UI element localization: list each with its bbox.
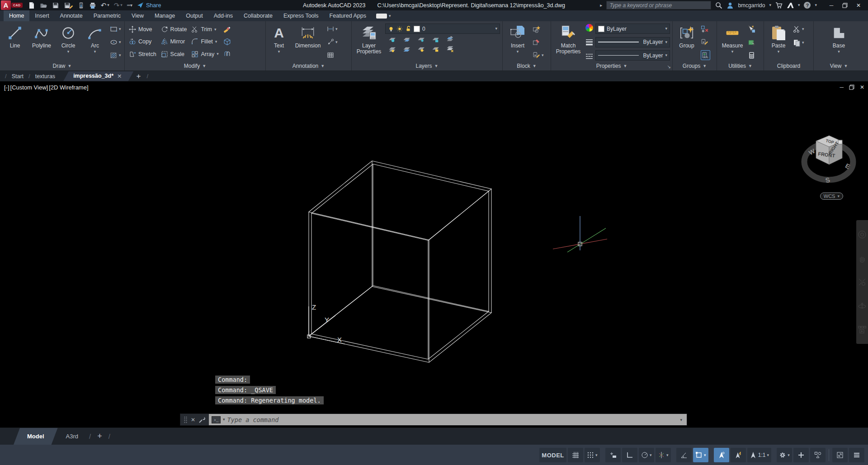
panel-title-utilities[interactable]: Utilities▼ <box>717 61 764 70</box>
minimize-button[interactable]: ─ <box>825 0 838 10</box>
base-button[interactable]: Base▾ <box>826 23 852 61</box>
close-tab-icon[interactable]: ✕ <box>117 73 122 80</box>
rectangle-button[interactable]: ▾ <box>110 24 121 34</box>
annotation-monitor-button[interactable] <box>793 448 809 462</box>
object-color-dropdown[interactable]: ByLayer▾ <box>595 23 670 34</box>
hatch-button[interactable]: ▾ <box>110 50 121 60</box>
dynamic-input-button[interactable] <box>605 448 621 462</box>
qat-customize-button[interactable]: ═▾ <box>127 3 132 8</box>
tab-add-ins[interactable]: Add-ins <box>208 10 238 21</box>
drag-handle-icon[interactable] <box>184 416 188 424</box>
layer-match-button[interactable] <box>388 45 397 52</box>
object-snap-button[interactable]: ▾ <box>693 448 708 462</box>
redo-button[interactable]: ↷▾ <box>114 1 123 9</box>
orbit-icon[interactable] <box>858 301 867 310</box>
layer-make-current-button[interactable] <box>446 35 455 43</box>
tab-annotate[interactable]: Annotate <box>55 10 88 21</box>
quick-calculator-button[interactable] <box>748 50 755 60</box>
username[interactable]: bmcgarrido <box>738 2 765 9</box>
layer-properties-button[interactable]: Layer Properties <box>354 23 384 61</box>
layer-prev-button[interactable] <box>402 45 411 52</box>
command-prompt-icon[interactable]: ›_ <box>212 416 221 423</box>
help-menu-caret-icon[interactable]: ▾ <box>815 3 817 7</box>
layer-unlock-icon[interactable] <box>405 26 411 32</box>
file-tab-start[interactable]: Start <box>10 73 25 80</box>
help-icon[interactable]: ? <box>804 2 811 9</box>
scale-button[interactable]: Scale <box>161 48 187 60</box>
layer-isolate-button[interactable] <box>402 35 411 43</box>
group-edit-button[interactable] <box>701 37 710 47</box>
tab-output[interactable]: Output <box>180 10 208 21</box>
new-layout-button[interactable]: + <box>94 428 106 445</box>
new-file-button[interactable] <box>28 2 35 9</box>
linetype-dropdown[interactable]: ByLayer▾ <box>595 50 670 61</box>
select-all-button[interactable] <box>748 37 755 47</box>
rotate-button[interactable]: Rotate <box>161 23 187 35</box>
object-snap-tracking-button[interactable] <box>676 448 692 462</box>
circle-button[interactable]: Circle▾ <box>56 23 81 61</box>
pan-hand-icon[interactable] <box>858 254 867 263</box>
open-file-button[interactable] <box>40 2 47 9</box>
polar-tracking-button[interactable]: ▾ <box>639 448 654 462</box>
undo-button[interactable]: ↶▾ <box>101 1 109 9</box>
panel-title-properties[interactable]: Properties▼ <box>551 61 672 70</box>
create-block-button[interactable] <box>533 24 544 34</box>
isometric-drafting-button[interactable]: ▾ <box>656 448 671 462</box>
stretch-button[interactable]: Stretch <box>129 48 156 60</box>
new-drawing-tab-button[interactable]: + <box>134 72 144 81</box>
panel-title-groups[interactable]: Groups▼ <box>673 61 717 70</box>
layer-select-dropdown[interactable]: 0 ▾ <box>385 23 500 34</box>
leader-button[interactable]: ▾ <box>327 37 338 47</box>
layer-thaw-sun-icon[interactable] <box>396 26 403 32</box>
command-expand-caret-icon[interactable]: ▾ <box>680 418 684 422</box>
layer-turn-on-all-button[interactable] <box>417 45 426 52</box>
mirror-button[interactable]: Mirror <box>161 36 187 47</box>
layer-unlock-all-button[interactable] <box>431 45 440 52</box>
tab-parametric[interactable]: Parametric <box>88 10 126 21</box>
layer-off-button[interactable] <box>388 35 397 43</box>
explode-button[interactable] <box>223 36 231 47</box>
linetype-icon[interactable] <box>585 52 593 60</box>
paste-button[interactable]: Paste▾ <box>766 23 791 61</box>
close-command-line-icon[interactable]: ✕ <box>191 417 195 423</box>
tab-express-tools[interactable]: Express Tools <box>278 10 324 21</box>
user-menu-caret-icon[interactable]: ▾ <box>769 3 771 7</box>
tab-home[interactable]: Home <box>4 10 29 21</box>
group-selection-toggle[interactable] <box>701 50 710 60</box>
command-input-area[interactable]: ›_ ▾ ▾ <box>209 414 687 425</box>
hatch-caret-icon[interactable]: ▾ <box>119 53 121 57</box>
tab-featured-apps[interactable]: Featured Apps <box>324 10 372 21</box>
file-tab-impressao-3d[interactable]: impressão_3d*✕ <box>63 71 133 81</box>
search-icon[interactable] <box>715 2 722 9</box>
offset-button[interactable] <box>223 48 231 60</box>
fillet-button[interactable]: Fillet▾ <box>191 36 218 47</box>
lineweight-dropdown[interactable]: ByLayer▾ <box>595 37 670 47</box>
app-menu-button[interactable]: A CAD <box>1 0 23 10</box>
text-button[interactable]: AText▾ <box>268 23 290 61</box>
panel-title-view[interactable]: View▼ <box>814 61 864 70</box>
restore-button[interactable] <box>838 0 852 10</box>
app-store-cart-icon[interactable] <box>775 2 783 9</box>
layout-tab-model[interactable]: Model <box>14 428 58 445</box>
group-button[interactable]: Group <box>675 23 698 61</box>
layout-tab-a3rd[interactable]: A3rd <box>58 428 86 445</box>
autodesk-logo-icon[interactable] <box>787 2 794 9</box>
command-input[interactable] <box>227 416 678 423</box>
ribbon-display-toggle[interactable]: ▾ <box>376 10 391 21</box>
properties-dialog-launcher-icon[interactable]: ↘ <box>667 64 671 69</box>
showmotion-icon[interactable] <box>858 325 867 334</box>
polyline-button[interactable]: Polyline <box>29 23 54 61</box>
linear-dimension-button[interactable]: ▾ <box>327 24 338 34</box>
arc-button[interactable]: Arc▾ <box>82 23 108 61</box>
panel-title-block[interactable]: Block▼ <box>503 61 551 70</box>
save-to-mobile-button[interactable] <box>78 2 85 9</box>
measure-button[interactable]: Measure▾ <box>719 23 745 61</box>
quick-select-button[interactable] <box>748 24 755 34</box>
snap-mode-button[interactable]: ▾ <box>585 448 600 462</box>
customization-button[interactable] <box>849 448 864 462</box>
customize-wrench-icon[interactable] <box>198 416 206 423</box>
search-expand-icon[interactable]: ▸ <box>600 3 602 8</box>
layer-freeze-button[interactable] <box>417 35 426 43</box>
array-button[interactable]: Array▾ <box>191 48 218 60</box>
wcs-menu[interactable]: WCS▾ <box>820 193 843 200</box>
